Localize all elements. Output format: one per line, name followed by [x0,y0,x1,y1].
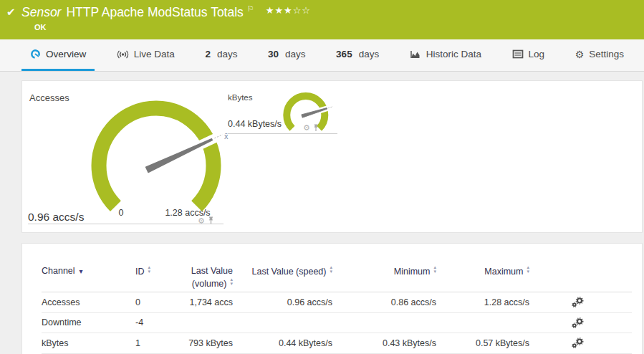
cell-maximum: 1.28 accs/s [451,297,544,307]
accesses-current-value: 0.96 accs/s [28,211,84,224]
tab-label: Live Data [134,49,175,59]
table-row-accesses: Accesses 0 1,734 accs 0.96 accs/s 0.86 a… [42,292,632,313]
cell-minimum: 0.86 accs/s [347,297,451,307]
channel-settings-gears-icon[interactable] [572,297,584,307]
tab-overview[interactable]: Overview [21,39,95,71]
tab-number: 365 [336,49,352,59]
kbytes-gauge-title: kBytes [228,93,253,102]
area-chart-icon [410,49,421,59]
page-title: HTTP Apache ModStatus Totals [66,5,243,19]
stars-filled[interactable]: ★★★ [266,5,293,16]
sort-desc-icon[interactable]: ▾ [80,267,83,277]
tab-2-days[interactable]: 2 days [196,39,246,71]
gauge-needle [146,139,213,173]
kbytes-current-value: 0.44 kBytes/s [228,119,282,129]
cell-last-value-speed: 0.44 kBytes/s [243,338,347,348]
cell-channel: Accesses [42,297,135,307]
tab-label: days [359,49,380,59]
tab-number: 2 [205,49,211,59]
sort-icon[interactable]: ▴ ▾ [330,265,332,274]
tab-label: Overview [46,49,86,59]
accesses-gauge: x̄ [74,92,239,235]
cell-maximum: 0.57 kBytes/s [451,338,544,348]
cell-channel: kBytes [42,338,135,348]
channel-settings-gears-icon[interactable] [572,338,584,348]
column-header-maximum[interactable]: Maximum▴ ▾ [451,265,544,278]
kbytes-gauge [277,90,337,142]
log-icon [512,49,524,59]
kbytes-widget-divider [228,133,337,134]
cell-last-value-speed: 0.96 accs/s [243,297,347,307]
pin-icon[interactable] [313,124,319,132]
channels-table: Channel▾ ID▴ ▾ Last Value (volume)▴ ▾ La… [42,244,632,354]
sensor-header-bar: ✔ SensorHTTP Apache ModStatus Totals⚐★★★… [0,0,644,39]
cell-id: 0 [135,297,178,307]
flag-icon[interactable]: ⚐ [247,4,254,13]
accesses-scale-min: 0 [114,208,128,218]
tab-bar: Overview Live Data 2 days 30 days 365 da… [0,39,644,72]
sort-icon[interactable]: ▴ ▾ [527,265,529,274]
column-header-last-value-volume[interactable]: Last Value (volume)▴ ▾ [178,265,243,290]
gear-icon[interactable]: ⚙ [303,124,310,132]
sort-icon[interactable]: ▴ ▾ [230,277,233,286]
stars-empty[interactable]: ☆☆ [293,5,311,16]
cell-id: -4 [135,317,178,327]
gauges-panel: Accesses x̄ 0 1.28 accs/s 0.96 accs/s ⚙ … [21,80,643,233]
column-header-channel[interactable]: Channel▾ [42,265,135,277]
gear-icon: ⚙ [575,49,585,59]
tab-log[interactable]: Log [504,39,554,71]
tab-label: Log [529,49,545,59]
tab-historic-data[interactable]: Historic Data [401,39,490,71]
live-icon [117,49,129,59]
priority-stars[interactable]: ★★★☆☆ [266,5,311,16]
page-content: Accesses x̄ 0 1.28 accs/s 0.96 accs/s ⚙ … [21,80,643,354]
cell-channel: Downtime [42,317,135,327]
channel-settings-gears-icon[interactable] [572,317,584,328]
gauge-icon [30,49,41,59]
cell-last-value-volume: 1,734 accs [178,297,243,307]
cell-id: 1 [135,338,178,348]
kbytes-gauge-controls[interactable]: ⚙ [303,124,319,132]
sort-icon[interactable]: ▴ ▾ [433,265,436,274]
table-row-downtime: Downtime -4 [42,313,632,334]
column-header-last-value-speed[interactable]: Last Value (speed)▴ ▾ [243,265,347,278]
status-ok-check-icon: ✔ [6,6,16,19]
tab-live-data[interactable]: Live Data [108,39,183,71]
accesses-widget-divider [28,224,224,224]
tab-30-days[interactable]: 30 days [259,39,314,71]
tab-label: days [217,49,238,59]
column-header-id[interactable]: ID▴ ▾ [135,265,178,278]
channels-table-panel: Channel▾ ID▴ ▾ Last Value (volume)▴ ▾ La… [21,243,643,354]
sensor-title-line: SensorHTTP Apache ModStatus Totals⚐★★★☆☆ [21,4,311,20]
tab-label: days [285,49,306,59]
cell-last-value-volume: 793 kBytes [178,338,243,348]
tab-number: 30 [268,49,279,59]
sensor-status-badge: OK [34,23,47,32]
tab-settings[interactable]: ⚙ Settings [567,39,633,71]
tab-label: Historic Data [426,49,481,59]
accesses-gauge-title: Accesses [29,92,69,103]
sort-icon[interactable]: ▴ ▾ [148,265,151,274]
table-row-kbytes: kBytes 1 793 kBytes 0.44 kBytes/s 0.43 k… [42,333,632,354]
table-header-row: Channel▾ ID▴ ▾ Last Value (volume)▴ ▾ La… [42,265,632,292]
cell-minimum: 0.43 kBytes/s [347,338,451,348]
column-header-minimum[interactable]: Minimum▴ ▾ [347,265,451,278]
tab-365-days[interactable]: 365 days [327,39,388,71]
tab-label: Settings [589,49,624,59]
sensor-type-label: Sensor [21,5,61,19]
